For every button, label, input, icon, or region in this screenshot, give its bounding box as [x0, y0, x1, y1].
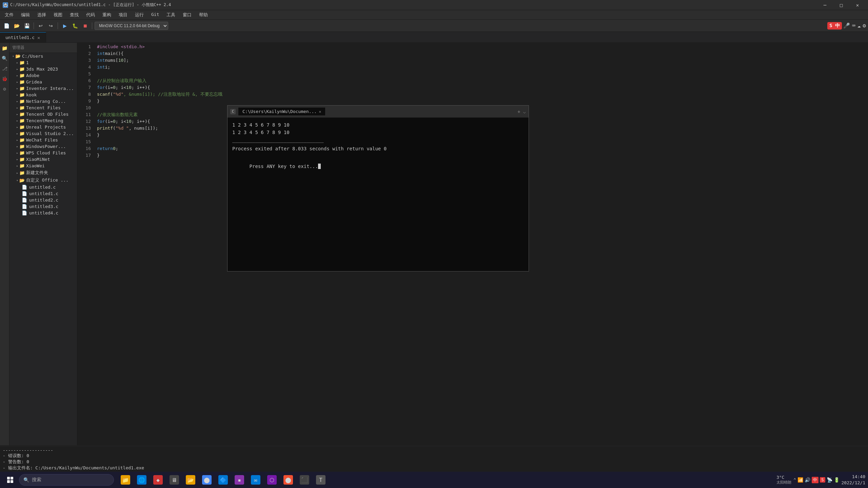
tray-ime[interactable]: 中: [812, 477, 818, 483]
menu-item-查找[interactable]: 查找: [66, 11, 82, 19]
line-number: 12: [77, 118, 91, 125]
file-item[interactable]: 📄 untitled3.c: [9, 203, 77, 210]
folder-item[interactable]: ▸📁 3ds Max 2023: [9, 66, 77, 72]
folder-item[interactable]: ▸📁 WPS Cloud Files: [9, 150, 77, 156]
taskbar-app-blue-app[interactable]: 🔷: [216, 472, 231, 487]
sidebar-icon-debug[interactable]: 🐞: [1, 75, 9, 83]
folder-item[interactable]: ▸📁 Visual Studio 2...: [9, 130, 77, 137]
taskbar-app-file-explorer[interactable]: 📁: [118, 472, 133, 487]
menu-item-选择[interactable]: 选择: [34, 11, 50, 19]
minimize-button[interactable]: ─: [817, 0, 833, 10]
taskbar-search[interactable]: 🔍 搜索: [19, 474, 114, 486]
close-button[interactable]: ✕: [850, 0, 865, 10]
folder-item[interactable]: ▸📁 Tencent Files: [9, 105, 77, 111]
taskbar-app-folder-yellow[interactable]: 📂: [183, 472, 198, 487]
menu-item-项目[interactable]: 项目: [115, 11, 131, 19]
tray-volume[interactable]: 🔊: [805, 477, 810, 483]
folder-item[interactable]: ▸📁 Gridea: [9, 79, 77, 85]
redo-btn[interactable]: ↪: [46, 21, 55, 30]
undo-btn[interactable]: ↩: [36, 21, 45, 30]
stop-btn[interactable]: ⏹: [81, 21, 90, 30]
tray-sougou[interactable]: S: [820, 477, 825, 483]
file-item[interactable]: 📄 untitled.c: [9, 184, 77, 190]
taskbar-app-vs[interactable]: ⬡: [264, 472, 279, 487]
folder-item[interactable]: ▸📁 新建文件夹: [9, 169, 77, 176]
folder-item[interactable]: ▸📁 NetSarang Co...: [9, 98, 77, 105]
compiler-selector[interactable]: MinGW GCC 11.2.0 64-bit Debug: [95, 22, 168, 30]
tray-wifi[interactable]: 📡: [827, 477, 832, 483]
taskbar-app-chrome[interactable]: ⬤: [199, 472, 214, 487]
folder-item[interactable]: ▾📂 C:/Users: [9, 53, 77, 59]
weather-display: 3°C 太阳晴朗: [776, 475, 791, 485]
menu-item-代码[interactable]: 代码: [83, 11, 98, 19]
menu-item-Git[interactable]: Git: [148, 11, 162, 19]
terminal-popup: C C:\Users\KailynWu\Documen... ✕ + ⌵ 1 2…: [227, 105, 529, 271]
keyboard-icon[interactable]: ⌨: [852, 22, 855, 29]
folder-item[interactable]: ▸📁 Adobe: [9, 72, 77, 79]
tab-close-btn[interactable]: ✕: [37, 35, 40, 40]
time-display[interactable]: 14:40 2022/12/1: [842, 474, 865, 486]
folder-item[interactable]: ▸📁 1: [9, 59, 77, 66]
debug-btn[interactable]: 🐛: [71, 21, 79, 30]
menu-item-帮助[interactable]: 帮助: [196, 11, 211, 19]
folder-item[interactable]: ▸📁 XiaoMiNet: [9, 156, 77, 163]
tab-untitled1c[interactable]: untitled1.c ✕: [0, 32, 46, 42]
sidebar-icon-extensions[interactable]: ⚙: [1, 85, 9, 93]
terminal-close-btn[interactable]: ✕: [319, 109, 321, 114]
save-btn[interactable]: 💾: [22, 21, 31, 30]
win-cell-4: [11, 480, 13, 483]
folder-item[interactable]: ▸📁 Unreal Projects: [9, 124, 77, 130]
menu-item-窗口[interactable]: 窗口: [179, 11, 195, 19]
menu-item-工具[interactable]: 工具: [163, 11, 179, 19]
terminal-cursor: [318, 164, 321, 169]
temperature: 3°C: [776, 475, 791, 480]
menu-item-重构[interactable]: 重构: [99, 11, 115, 19]
folder-item[interactable]: ▸📁 TencentMeeting: [9, 117, 77, 124]
tray-battery[interactable]: 🔋: [834, 477, 840, 483]
taskbar-app-dev-tools[interactable]: 🖥: [167, 472, 182, 487]
folder-item[interactable]: ▸📁 WeChat Files: [9, 137, 77, 143]
maximize-button[interactable]: □: [833, 0, 849, 10]
menu-item-视图[interactable]: 视图: [50, 11, 66, 19]
folder-item[interactable]: ▸📁 Tencent OD Files: [9, 111, 77, 117]
folder-item[interactable]: ▾📂 自定义 Office ...: [9, 176, 77, 184]
grid-icon[interactable]: ⚙: [863, 22, 866, 29]
tree-item-label: untitled4.c: [29, 210, 58, 215]
taskbar-app-mail[interactable]: ✉: [248, 472, 263, 487]
sidebar-icon-files[interactable]: 📁: [1, 44, 9, 52]
tray-network[interactable]: 📶: [797, 477, 803, 483]
menu-item-文件[interactable]: 文件: [1, 11, 17, 19]
windows-logo: [7, 477, 13, 483]
folder-item[interactable]: ▸📁 XiaoWei: [9, 163, 77, 169]
terminal-add-btn[interactable]: +: [517, 109, 520, 114]
start-button[interactable]: [3, 472, 18, 487]
taskbar-app-text-editor[interactable]: T: [313, 472, 328, 487]
taskbar-app-term[interactable]: ⬛: [297, 472, 312, 487]
folder-item[interactable]: ▸📁 kook: [9, 92, 77, 98]
mic-icon[interactable]: 🎤: [843, 22, 850, 29]
menu-item-运行[interactable]: 运行: [132, 11, 147, 19]
tray-up-arrow[interactable]: ⌃: [793, 477, 796, 483]
terminal-tab[interactable]: C:\Users\KailynWu\Documen... ✕: [238, 108, 325, 115]
folder-item[interactable]: ▸📁 WindowsPower...: [9, 143, 77, 150]
open-file-btn[interactable]: 📂: [12, 21, 21, 30]
line-numbers: 1234567891011121314151617: [77, 43, 94, 445]
taskbar-app-purple-app[interactable]: ▪: [232, 472, 247, 487]
new-file-btn[interactable]: 📄: [2, 21, 11, 30]
compile-run-btn[interactable]: ▶: [60, 21, 69, 30]
file-item[interactable]: 📄 untitled2.c: [9, 197, 77, 203]
taskbar-app-git[interactable]: ⬤: [281, 472, 296, 487]
sidebar-icon-git[interactable]: ⎇: [1, 64, 9, 73]
terminal-press-key: Press ANY key to exit...: [232, 155, 524, 177]
cloud-icon[interactable]: ☁: [857, 22, 861, 29]
sidebar-icon-search[interactable]: 🔍: [1, 54, 9, 62]
taskbar-app-edge[interactable]: 🌐: [134, 472, 149, 487]
file-item[interactable]: 📄 untitled4.c: [9, 210, 77, 216]
terminal-split-btn[interactable]: ⌵: [523, 109, 526, 114]
folder-item[interactable]: ▸📁 Inventor Intera...: [9, 85, 77, 92]
sougou-bar: S 中 🎤 ⌨ ☁ ⚙: [827, 22, 866, 30]
menu-item-编辑[interactable]: 编辑: [18, 11, 33, 19]
file-item[interactable]: 📄 untitled1.c: [9, 190, 77, 197]
taskbar-app-red-app[interactable]: ◆: [151, 472, 165, 487]
tree-item-label: 自定义 Office ...: [26, 177, 68, 183]
